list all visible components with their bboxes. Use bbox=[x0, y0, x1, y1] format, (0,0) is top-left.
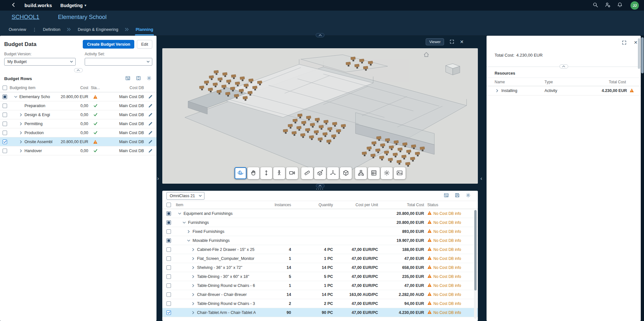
page-scrollbar[interactable] bbox=[641, 36, 644, 321]
budget-row[interactable]: Elementary Scho20.800,00 EURMain Cost DB bbox=[0, 92, 156, 101]
row-checkbox[interactable] bbox=[3, 95, 7, 99]
scrollbar-thumb[interactable] bbox=[641, 37, 644, 73]
edit-pencil-icon[interactable] bbox=[144, 104, 156, 108]
item-row[interactable]: Chair-Breuer - Chair-Breuer1414 PC163,00… bbox=[162, 290, 478, 299]
row-checkbox[interactable] bbox=[166, 292, 171, 297]
expand-node-icon[interactable] bbox=[18, 121, 24, 126]
row-checkbox[interactable] bbox=[166, 256, 171, 261]
budget-row[interactable]: Onsite Assembl20.800,00 EURMain Cost DB bbox=[0, 137, 156, 146]
first-person-tool-button[interactable] bbox=[273, 167, 285, 179]
expand-node-icon[interactable] bbox=[18, 130, 24, 135]
resource-row[interactable]: InstallingActivity4.230,00 EUR bbox=[487, 86, 641, 96]
user-settings-button[interactable] bbox=[605, 2, 611, 9]
row-checkbox[interactable] bbox=[3, 113, 7, 117]
search-button[interactable] bbox=[592, 2, 598, 9]
item-row[interactable]: Fixed Furnishings893,00 EURNo Cost DB in… bbox=[162, 227, 478, 236]
save-view-button[interactable] bbox=[455, 193, 460, 199]
expand-node-icon[interactable] bbox=[190, 256, 196, 261]
row-checkbox[interactable] bbox=[166, 220, 171, 225]
row-checkbox[interactable] bbox=[3, 104, 7, 108]
project-name-link[interactable]: Elementary School bbox=[58, 14, 107, 21]
item-row[interactable]: Movable Furnishings19.907,00 EURNo Cost … bbox=[162, 236, 478, 245]
measure-tool-button[interactable] bbox=[301, 167, 313, 179]
edit-pencil-icon[interactable] bbox=[144, 149, 156, 153]
expand-node-icon[interactable] bbox=[190, 283, 196, 288]
viewer-mode-button[interactable]: Viewer bbox=[426, 38, 444, 45]
item-row[interactable]: Flat_Screen_Computer_Monitor11 PC47,00 E… bbox=[162, 254, 478, 263]
settings-button[interactable] bbox=[466, 193, 471, 199]
row-checkbox[interactable] bbox=[3, 131, 7, 135]
edit-pencil-icon[interactable] bbox=[144, 113, 156, 117]
select-all-checkbox[interactable] bbox=[3, 86, 7, 90]
activity-set-select[interactable] bbox=[85, 58, 152, 66]
edit-pencil-icon[interactable] bbox=[144, 122, 156, 126]
row-checkbox[interactable] bbox=[166, 247, 171, 252]
budget-row[interactable]: Permitting0,00Main Cost DB bbox=[0, 119, 156, 128]
item-row[interactable]: Furnishings20.800,00 EURNo Cost DB info bbox=[162, 218, 478, 227]
item-row[interactable]: Equipment and Furnishings20.800,00 EURNo… bbox=[162, 209, 478, 218]
pan-tool-button[interactable] bbox=[248, 167, 260, 179]
collapse-node-icon[interactable] bbox=[181, 220, 187, 225]
expand-right-panel-chevron[interactable]: ‹ bbox=[480, 176, 482, 181]
drag-handle[interactable]: •••• bbox=[316, 188, 324, 190]
budget-row[interactable]: Handover0,00Main Cost DB bbox=[0, 146, 156, 155]
row-checkbox[interactable] bbox=[166, 283, 171, 288]
settings-button[interactable] bbox=[147, 76, 152, 82]
close-panel-button[interactable]: ✕ bbox=[634, 40, 638, 46]
row-checkbox[interactable] bbox=[3, 149, 7, 153]
back-button[interactable] bbox=[10, 2, 17, 9]
item-row[interactable]: Chair-Tablet Arm - Chair-Tablet A9090 PC… bbox=[162, 308, 478, 317]
edit-pencil-icon[interactable] bbox=[144, 140, 156, 144]
expand-left-panel-chevron[interactable]: › bbox=[157, 176, 159, 181]
project-code-link[interactable]: SCHOOL1 bbox=[12, 14, 39, 21]
tab-planning[interactable]: Planning bbox=[135, 23, 154, 35]
render-tool-button[interactable] bbox=[394, 167, 406, 179]
export-table-button[interactable] bbox=[125, 76, 130, 82]
expand-node-icon[interactable] bbox=[186, 229, 191, 234]
row-checkbox[interactable] bbox=[166, 238, 171, 243]
close-viewer-button[interactable]: ✕ bbox=[460, 40, 464, 44]
select-all-checkbox[interactable] bbox=[166, 203, 171, 207]
sheet-tool-button[interactable] bbox=[368, 167, 380, 179]
item-row[interactable]: Cabinet-File 2 Drawer - 15" x 2544 PC47,… bbox=[162, 245, 478, 254]
collapse-node-icon[interactable] bbox=[186, 238, 191, 243]
module-menu-button[interactable]: Budgeting ▾ bbox=[61, 3, 86, 8]
budget-row[interactable]: Production0,00Main Cost DB bbox=[0, 128, 156, 137]
row-checkbox[interactable] bbox=[3, 122, 7, 126]
tab-definition[interactable]: Definition bbox=[42, 23, 61, 35]
model-3d-canvas[interactable] bbox=[162, 48, 478, 184]
row-checkbox[interactable] bbox=[166, 301, 171, 306]
edit-pencil-icon[interactable] bbox=[144, 131, 156, 135]
settings-tool-button[interactable] bbox=[381, 167, 393, 179]
item-row[interactable]: Table-Dining Round w Chairs - 322 PC47,0… bbox=[162, 299, 478, 308]
create-budget-version-button[interactable]: Create Budget Version bbox=[83, 40, 134, 49]
expand-node-icon[interactable] bbox=[190, 310, 196, 315]
item-row[interactable]: Table-Dining Round w Chairs - 611 PC47,0… bbox=[162, 281, 478, 290]
camera-tool-button[interactable] bbox=[286, 167, 298, 179]
expand-node-icon[interactable] bbox=[18, 112, 24, 117]
expand-node-icon[interactable] bbox=[190, 301, 196, 306]
model-tool-button[interactable] bbox=[340, 167, 352, 179]
explode-tool-button[interactable] bbox=[327, 167, 339, 179]
tab-overview[interactable]: Overview bbox=[8, 23, 27, 35]
export-table-button[interactable] bbox=[444, 193, 449, 199]
expand-node-icon[interactable] bbox=[190, 247, 196, 252]
row-checkbox[interactable] bbox=[166, 310, 171, 315]
hierarchy-tool-button[interactable] bbox=[355, 167, 367, 179]
edit-pencil-icon[interactable] bbox=[144, 95, 156, 99]
edit-button[interactable]: Edit bbox=[137, 40, 152, 49]
expand-node-icon[interactable] bbox=[494, 88, 500, 94]
collapse-node-icon[interactable] bbox=[13, 94, 18, 99]
row-checkbox[interactable] bbox=[166, 274, 171, 279]
section-tool-button[interactable] bbox=[314, 167, 326, 179]
expand-node-icon[interactable] bbox=[190, 292, 196, 297]
row-checkbox[interactable] bbox=[3, 140, 7, 144]
items-scrollbar[interactable] bbox=[474, 210, 477, 319]
collapse-node-icon[interactable] bbox=[177, 211, 182, 216]
row-checkbox[interactable] bbox=[166, 265, 171, 270]
orbit-tool-button[interactable] bbox=[235, 167, 247, 179]
expand-node-icon[interactable] bbox=[18, 139, 24, 144]
collapse-viewer-button[interactable] bbox=[316, 33, 325, 37]
scrollbar-thumb[interactable] bbox=[474, 210, 477, 290]
row-checkbox[interactable] bbox=[166, 211, 171, 216]
